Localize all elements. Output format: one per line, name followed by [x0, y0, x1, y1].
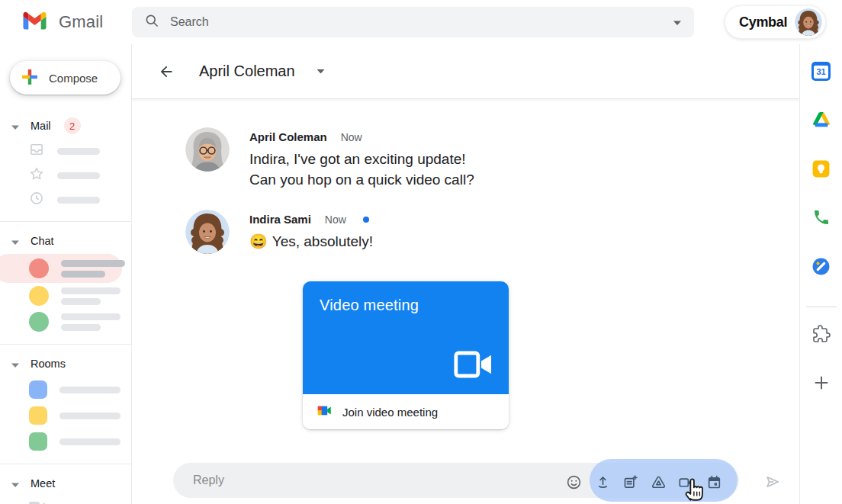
addons-puzzle-icon[interactable] [811, 324, 831, 344]
topbar: Gmail Cymbal [0, 0, 842, 44]
room-item[interactable] [0, 377, 131, 403]
pen-circle-icon[interactable] [811, 256, 831, 276]
emoji-icon[interactable] [565, 474, 582, 490]
chat-item[interactable] [0, 283, 131, 309]
phone-icon[interactable] [811, 207, 831, 227]
gmail-logo-icon [23, 11, 47, 33]
message-april: April Coleman Now Indira, I've got an ex… [185, 127, 799, 190]
reply-input[interactable] [193, 474, 468, 487]
user-avatar[interactable] [795, 8, 822, 36]
calendar-composer-icon[interactable] [705, 474, 722, 490]
account-pill[interactable]: Cymbal [725, 5, 826, 39]
workspace-brand-label: Cymbal [739, 14, 787, 30]
back-button[interactable] [156, 62, 176, 82]
chevron-down-icon[interactable] [11, 477, 19, 490]
chat-item[interactable] [0, 309, 131, 335]
google-meet-icon [317, 404, 332, 420]
room-item[interactable] [0, 403, 131, 429]
mail-item-snoozed[interactable] [0, 188, 131, 212]
section-rooms: Rooms [0, 344, 131, 454]
apps-rail: 31 [799, 44, 842, 504]
message-time: Now [341, 131, 362, 143]
drive-outline-icon[interactable] [650, 474, 667, 490]
sender-name: April Coleman [249, 130, 327, 143]
rooms-label: Rooms [31, 358, 66, 370]
search-icon[interactable] [144, 13, 159, 31]
section-chat: Chat [0, 221, 131, 335]
videocam-icon [29, 501, 46, 504]
calendar-day-label: 31 [814, 66, 828, 79]
search-input[interactable] [170, 15, 673, 29]
calendar-icon[interactable]: 31 [811, 61, 831, 81]
conversation-pane: April Coleman [132, 44, 799, 504]
composer [132, 449, 799, 504]
mail-section-header[interactable]: Mail 2 [0, 113, 131, 139]
room-avatar-yellow [29, 406, 47, 425]
chat-section-header[interactable]: Chat [0, 228, 131, 254]
chevron-down-icon[interactable] [11, 357, 19, 371]
chevron-down-icon[interactable] [11, 119, 19, 133]
meet-section-header[interactable]: Meet [0, 470, 131, 496]
emoji-grin: 😄 [249, 233, 268, 249]
sender-avatar-indira[interactable] [185, 210, 230, 254]
conversation-menu-caret-icon[interactable] [317, 69, 325, 74]
conversation-header: April Coleman [132, 44, 799, 99]
room-avatar-blue [29, 380, 47, 399]
chat-avatar-red [29, 258, 49, 278]
rooms-section-header[interactable]: Rooms [0, 351, 131, 377]
message-time: Now [325, 213, 346, 226]
room-avatar-green [29, 432, 47, 451]
add-note-icon[interactable] [622, 474, 638, 490]
send-icon[interactable] [764, 474, 781, 490]
video-meeting-card-header[interactable]: Video meeting [303, 281, 509, 394]
sender-name: Indira Sami [249, 213, 311, 226]
section-mail: Mail 2 [0, 113, 131, 212]
room-item[interactable] [0, 429, 131, 454]
join-video-meeting-label: Join video meeting [342, 406, 438, 419]
rail-divider [806, 307, 837, 307]
star-icon [29, 166, 44, 185]
gmail-app: Gmail Cymbal [0, 0, 842, 504]
conversation-title: April Coleman [199, 63, 295, 80]
presence-dot [363, 217, 369, 223]
chevron-down-icon[interactable] [11, 234, 19, 248]
message-indira: Indira Sami Now 😄Yes, absolutely! [185, 210, 799, 254]
chat-item-selected[interactable] [0, 254, 122, 283]
mail-unread-badge: 2 [64, 117, 81, 134]
drive-icon[interactable] [811, 110, 831, 130]
gmail-brand: Gmail [23, 11, 103, 33]
video-meeting-card[interactable]: Video meeting [303, 281, 509, 429]
mail-label: Mail [31, 120, 51, 132]
join-video-meeting-button[interactable]: Join video meeting [303, 394, 509, 429]
chat-label: Chat [31, 235, 54, 247]
meet-label: Meet [31, 477, 55, 490]
message-text-line: Can you hop on a quick video call? [249, 169, 474, 190]
compose-button[interactable]: Compose [10, 61, 121, 95]
video-meeting-title: Video meeting [320, 297, 419, 314]
clock-icon [29, 191, 44, 209]
videocam-composer-icon[interactable] [677, 474, 694, 490]
sender-avatar-april[interactable] [185, 127, 230, 172]
add-plus-icon[interactable] [811, 373, 831, 393]
mail-item-starred[interactable] [0, 163, 131, 188]
chat-avatar-green [29, 312, 49, 332]
gmail-wordmark: Gmail [59, 12, 103, 32]
compose-plus-icon [21, 69, 38, 88]
message-text: Yes, absolutely! [272, 233, 373, 249]
compose-label: Compose [49, 72, 98, 85]
upload-icon[interactable] [594, 474, 611, 490]
inbox-icon [29, 142, 44, 160]
meet-item[interactable] [0, 496, 131, 504]
chat-avatar-yellow [29, 286, 49, 306]
search-options-caret-icon[interactable] [673, 15, 682, 29]
search-bar[interactable] [132, 7, 694, 37]
videocam-outline-icon [454, 350, 493, 382]
message-list: April Coleman Now Indira, I've got an ex… [132, 100, 799, 449]
mail-item-inbox[interactable] [0, 139, 131, 163]
keep-icon[interactable] [811, 159, 831, 178]
section-meet: Meet [0, 464, 131, 504]
message-text-line: Indira, I've got an exciting update! [249, 149, 474, 169]
sidebar: Compose Mail 2 [0, 44, 132, 504]
